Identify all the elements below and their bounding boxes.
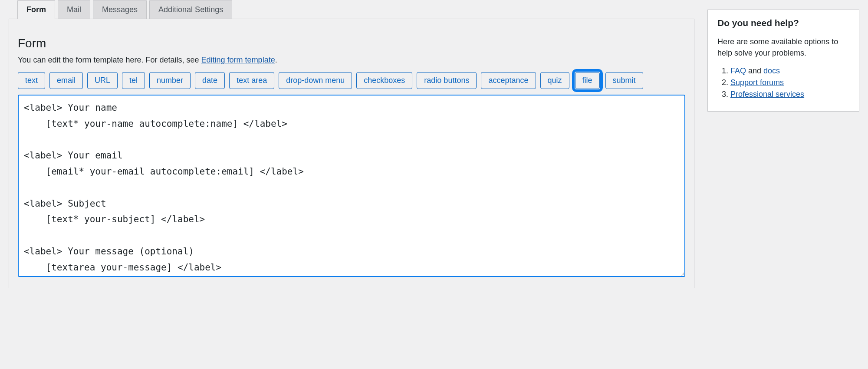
editing-form-template-link[interactable]: Editing form template <box>201 56 275 64</box>
tab-additional-settings[interactable]: Additional Settings <box>149 0 232 19</box>
tag-file-button[interactable]: file <box>575 72 600 89</box>
tag-submit-button[interactable]: submit <box>605 72 643 89</box>
tag-textarea-button[interactable]: text area <box>229 72 274 89</box>
tag-number-button[interactable]: number <box>149 72 191 89</box>
form-panel: Form You can edit the form template here… <box>9 19 694 288</box>
tag-url-button[interactable]: URL <box>87 72 118 89</box>
intro-text-suffix: . <box>275 56 277 64</box>
tag-file-button-highlight: file <box>574 71 601 90</box>
help-item-faq: FAQ and docs <box>730 66 849 76</box>
faq-link[interactable]: FAQ <box>730 66 746 75</box>
tag-quiz-button[interactable]: quiz <box>540 72 569 89</box>
tag-checkboxes-button[interactable]: checkboxes <box>356 72 412 89</box>
tag-date-button[interactable]: date <box>195 72 225 89</box>
help-box: Do you need help? Here are some availabl… <box>707 10 859 112</box>
intro-text-prefix: You can edit the form template here. For… <box>18 56 201 64</box>
help-item-pro: Professional services <box>730 90 849 99</box>
help-item-and: and <box>746 66 763 75</box>
tab-bar: Form Mail Messages Additional Settings <box>17 0 694 19</box>
form-template-editor[interactable] <box>18 95 685 277</box>
tab-form[interactable]: Form <box>17 0 55 19</box>
tab-mail[interactable]: Mail <box>58 0 90 19</box>
section-intro: You can edit the form template here. For… <box>18 56 685 65</box>
tag-acceptance-button[interactable]: acceptance <box>481 72 536 89</box>
professional-services-link[interactable]: Professional services <box>730 90 804 99</box>
help-item-forums: Support forums <box>730 78 849 87</box>
docs-link[interactable]: docs <box>763 66 780 75</box>
tag-radio-button[interactable]: radio buttons <box>417 72 477 89</box>
section-title: Form <box>18 36 685 50</box>
tag-text-button[interactable]: text <box>18 72 45 89</box>
help-title: Do you need help? <box>717 18 849 28</box>
tag-dropdown-button[interactable]: drop-down menu <box>279 72 352 89</box>
support-forums-link[interactable]: Support forums <box>730 78 784 87</box>
tag-button-row: text email URL tel number date text area… <box>18 71 685 90</box>
help-intro: Here are some available options to help … <box>717 36 849 59</box>
tag-tel-button[interactable]: tel <box>122 72 145 89</box>
tag-email-button[interactable]: email <box>49 72 83 89</box>
help-list: FAQ and docs Support forums Professional… <box>717 66 849 99</box>
tab-messages[interactable]: Messages <box>93 0 147 19</box>
